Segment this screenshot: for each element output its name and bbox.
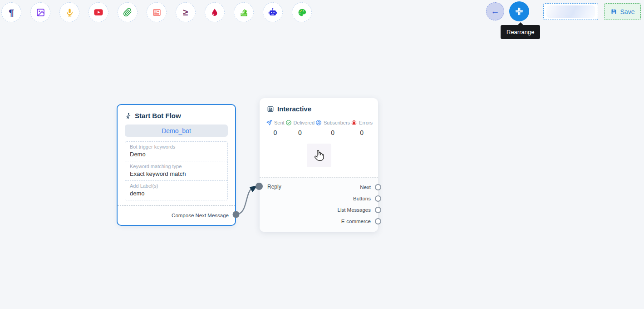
output-handles: Next Buttons List Messages E-commerce	[337, 181, 378, 227]
theme-element-button[interactable]	[292, 2, 312, 22]
output-label: E-commerce	[341, 219, 371, 224]
stat-delivered: Delivered 0	[285, 120, 315, 136]
compress-icon	[515, 7, 524, 16]
robot-icon	[268, 7, 278, 17]
newspaper-icon	[267, 105, 274, 113]
output-handle-dot[interactable]	[375, 184, 381, 190]
stat-value: 0	[331, 129, 334, 136]
flow-builder-canvas: ¶ ≥ ←	[0, 0, 644, 309]
send-icon	[266, 120, 272, 126]
stat-label: Delivered	[294, 120, 315, 125]
field-add-labels[interactable]: Add Label(s) demo	[125, 180, 227, 200]
interactive-node-header: Interactive	[260, 98, 378, 117]
interactive-node-footer: Reply Next Buttons List Messages E-comme…	[260, 177, 378, 232]
stat-value: 0	[273, 129, 277, 136]
flow-name-input[interactable]	[543, 3, 598, 20]
field-value: Exact keyword match	[130, 170, 223, 177]
field-value: Demo	[130, 151, 223, 158]
text-element-button[interactable]: ¶	[1, 2, 21, 22]
condition-element-button[interactable]: ≥	[176, 2, 196, 22]
arrow-left-icon: ←	[491, 6, 500, 16]
person-walking-icon	[125, 112, 132, 120]
field-bot-trigger-keywords[interactable]: Bot trigger keywords Demo	[125, 142, 227, 161]
paperclip-icon	[123, 8, 132, 17]
output-handle-dot[interactable]	[375, 207, 381, 213]
image-icon	[36, 8, 45, 17]
drip-element-button[interactable]	[205, 2, 225, 22]
droplet-icon	[210, 8, 219, 17]
output-label: Next	[360, 184, 371, 190]
stat-value: 0	[298, 129, 302, 136]
paragraph-icon: ¶	[9, 8, 14, 17]
flow-name-value	[546, 5, 595, 18]
audio-element-button[interactable]	[59, 2, 79, 22]
floppy-icon	[610, 8, 617, 15]
hand-pointer-icon	[313, 149, 325, 162]
output-label: Buttons	[353, 196, 371, 201]
stat-value: 0	[360, 129, 364, 136]
output-handle-dot[interactable]	[375, 195, 381, 202]
stat-label: Errors	[359, 120, 373, 125]
field-keyword-matching-type[interactable]: Keyword matching type Exact keyword matc…	[125, 161, 227, 180]
newspaper-icon	[152, 8, 162, 17]
output-label: List Messages	[337, 207, 371, 213]
stat-label: Sent	[274, 120, 285, 125]
stat-sent: Sent 0	[266, 120, 285, 136]
field-label: Add Label(s)	[130, 183, 223, 189]
rearrange-button[interactable]	[509, 1, 529, 21]
output-ecommerce[interactable]: E-commerce	[337, 215, 378, 227]
rearrange-tooltip: Rearrange	[501, 25, 540, 39]
video-element-button[interactable]	[88, 2, 108, 22]
field-label: Keyword matching type	[130, 164, 223, 169]
output-handle-dot[interactable]	[375, 218, 381, 224]
output-list-messages[interactable]: List Messages	[337, 204, 378, 215]
output-next[interactable]: Next	[337, 181, 378, 193]
interactive-node[interactable]: Interactive Sent 0 Delivered 0	[260, 98, 378, 232]
file-element-button[interactable]	[118, 2, 138, 22]
reply-input-handle[interactable]: Reply	[267, 184, 281, 190]
start-node-settings: Bot trigger keywords Demo Keyword matchi…	[125, 141, 228, 200]
stat-label: Subscribers	[324, 120, 350, 125]
microphone-icon	[65, 8, 74, 17]
start-node-header: Start Bot Flow	[118, 105, 235, 124]
stack-icon	[239, 8, 249, 17]
connector-arrowhead	[250, 186, 258, 193]
check-circle-icon	[285, 120, 292, 126]
card-element-button[interactable]	[147, 2, 167, 22]
compose-next-message-handle[interactable]: Compose Next Message	[118, 205, 235, 225]
sequence-element-button[interactable]	[234, 2, 254, 22]
stat-subscribers: Subscribers 0	[315, 120, 350, 136]
start-bot-flow-node[interactable]: Start Bot Flow Demo_bot Bot trigger keyw…	[117, 104, 236, 226]
field-value: demo	[130, 190, 223, 197]
bug-icon	[351, 120, 357, 126]
youtube-icon	[93, 7, 103, 17]
save-button[interactable]: Save	[604, 3, 641, 20]
connector-edge	[236, 187, 255, 215]
bot-element-button[interactable]	[263, 2, 283, 22]
greater-equal-icon: ≥	[183, 8, 188, 17]
bot-name-chip[interactable]: Demo_bot	[125, 125, 228, 137]
palette-icon	[297, 8, 307, 17]
cursor-highlight	[307, 144, 331, 167]
back-button[interactable]: ←	[486, 2, 504, 20]
start-node-title: Start Bot Flow	[135, 112, 181, 120]
element-toolbar: ¶ ≥	[1, 2, 312, 22]
subscriber-icon	[315, 120, 322, 126]
image-element-button[interactable]	[30, 2, 50, 22]
node-stats: Sent 0 Delivered 0 Subscribers 0	[260, 117, 378, 136]
interactive-node-title: Interactive	[277, 105, 311, 113]
output-buttons[interactable]: Buttons	[337, 193, 378, 204]
save-label: Save	[620, 8, 635, 15]
field-label: Bot trigger keywords	[130, 144, 223, 150]
stat-errors: Errors 0	[351, 120, 373, 136]
